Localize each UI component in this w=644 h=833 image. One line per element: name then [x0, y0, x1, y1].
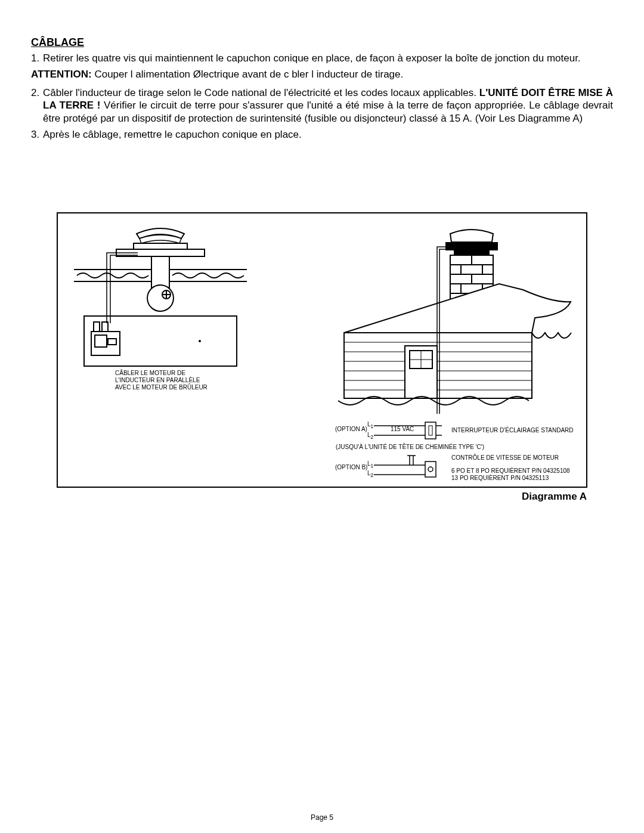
- svg-rect-46: [429, 426, 432, 435]
- list-number: 3.: [31, 128, 43, 141]
- diagram-caption: Diagramme A: [31, 490, 587, 503]
- list-body: Retirer les quatre vis qui maintiennent …: [43, 52, 613, 64]
- label-pn1: 6 PO ET 8 PO REQUIÈRENT P/N 04325108: [451, 467, 570, 475]
- page-number: Page 5: [0, 813, 644, 822]
- subscript: 1: [371, 423, 374, 429]
- item2-post: Vérifier le circuit de terre pour s'assu…: [43, 100, 613, 123]
- label-chimney-note: (JUSQU'À L'UNITÉ DE TÊTE DE CHEMINÉE TYP…: [336, 444, 484, 451]
- right-house-diagram: [320, 219, 577, 416]
- label-115vac: 115 VAC: [391, 426, 414, 433]
- list-body: Après le câblage, remettre le capuchon c…: [43, 128, 613, 141]
- attention-label: ATTENTION:: [31, 69, 92, 80]
- svg-rect-15: [94, 322, 100, 332]
- svg-rect-0: [134, 243, 187, 249]
- subscript: 1: [371, 463, 374, 469]
- caption-line: AVEC LE MOTEUR DE BRÛLEUR: [115, 384, 208, 391]
- label-pn2: 13 PO REQUIÈRENT P/N 04325113: [451, 475, 549, 482]
- caption-line: L'INDUCTEUR EN PARALLÈLE: [115, 377, 200, 383]
- list-item-1: 1. Retirer les quatre vis qui maintienne…: [31, 52, 613, 64]
- label-speed-control: CONTRÔLE DE VITESSE DE MOTEUR: [451, 454, 559, 462]
- svg-rect-18: [445, 242, 498, 250]
- label-option-b: (OPTION B): [335, 464, 367, 471]
- svg-rect-16: [102, 322, 108, 332]
- attention-paragraph: ATTENTION: Couper l alimentation Ølectri…: [31, 68, 613, 80]
- attention-text: Couper l alimentation Ølectrique avant d…: [92, 69, 404, 80]
- section-heading: CÂBLAGE: [31, 36, 613, 49]
- subscript: 2: [371, 434, 374, 440]
- label-l1b: L1: [367, 460, 373, 469]
- list-body: Câbler l'inducteur de tirage selon le Co…: [43, 86, 613, 125]
- list-number: 2.: [31, 86, 43, 125]
- diagram-box: CÂBLER LE MOTEUR DE L'INDUCTEUR EN PARAL…: [57, 212, 587, 488]
- caption-line: CÂBLER LE MOTEUR DE: [115, 370, 185, 376]
- label-l2: L2: [367, 432, 373, 440]
- svg-rect-14: [108, 339, 116, 345]
- list-item-3: 3. Après le câblage, remettre le capucho…: [31, 128, 613, 141]
- item2-pre: Câbler l'inducteur de tirage selon le Co…: [43, 87, 479, 98]
- subscript: 2: [371, 472, 374, 478]
- label-option-a: (OPTION A): [335, 426, 367, 433]
- svg-point-17: [199, 340, 201, 342]
- list-item-2: 2. Câbler l'inducteur de tirage selon le…: [31, 86, 613, 125]
- label-l1: L1: [367, 421, 373, 429]
- label-l2b: L2: [367, 470, 373, 478]
- label-switch: INTERRUPTEUR D'ÉCLAIRAGE STANDARD: [451, 427, 574, 434]
- svg-point-7: [147, 285, 174, 311]
- left-installation-diagram: [71, 222, 256, 383]
- svg-rect-13: [95, 335, 107, 347]
- svg-point-55: [428, 467, 433, 472]
- left-diagram-caption: CÂBLER LE MOTEUR DE L'INDUCTEUR EN PARAL…: [115, 370, 208, 391]
- list-number: 1.: [31, 52, 43, 64]
- page: CÂBLAGE 1. Retirer les quatre vis qui ma…: [0, 0, 644, 833]
- svg-rect-19: [454, 250, 490, 255]
